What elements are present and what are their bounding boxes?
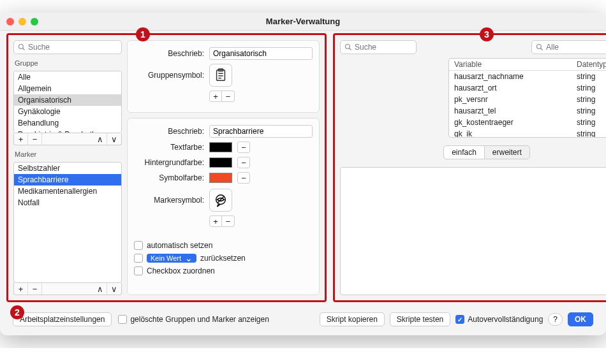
panel-variables: 3 Variable Datentyp hausarzt_nachnamestr…	[333, 33, 606, 302]
svg-point-0	[19, 45, 24, 49]
search-icon	[344, 43, 352, 51]
label: Checkbox zuordnen	[147, 266, 215, 275]
svg-line-12	[541, 48, 543, 50]
list-item[interactable]: Psychiatrie & Psychothera...	[14, 129, 121, 133]
ok-button[interactable]: OK	[568, 312, 593, 326]
marker-properties: Beschrieb: Textfarbe: − Hintergrundfarbe…	[127, 118, 320, 295]
remove-symbol-button[interactable]: −	[222, 91, 235, 102]
column-header[interactable]: Variable	[454, 60, 577, 69]
group-label: Gruppe	[13, 57, 122, 68]
script-editor[interactable]	[340, 167, 606, 295]
show-deleted-checkbox[interactable]	[118, 315, 127, 324]
assign-checkbox-checkbox[interactable]	[134, 266, 143, 275]
annotation-badge-1: 1	[136, 27, 150, 41]
variable-table: Variable Datentyp hausarzt_nachnamestrin…	[448, 58, 606, 138]
clear-button[interactable]: −	[237, 142, 250, 153]
label: Hintergrundfarbe:	[134, 158, 204, 167]
minimize-icon[interactable]	[18, 18, 26, 25]
help-button[interactable]: ?	[548, 313, 563, 326]
reset-select[interactable]: Kein Wert	[147, 254, 196, 263]
zoom-icon[interactable]	[31, 18, 38, 25]
list-item[interactable]: Organisatorisch	[14, 94, 121, 106]
label: gelöschte Gruppen und Marker anzeigen	[130, 315, 269, 324]
workplace-settings-button[interactable]: Arbeitsplatzeinstellungen	[13, 312, 112, 326]
svg-line-8	[218, 197, 223, 203]
annotation-badge-3: 3	[480, 27, 494, 41]
remove-symbol-button[interactable]: −	[222, 215, 235, 227]
add-button[interactable]: +	[14, 133, 28, 145]
marker-symbol-preview[interactable]	[209, 189, 232, 212]
move-down-button[interactable]: ∨	[107, 133, 121, 145]
footer: 2 Arbeitsplatzeinstellungen gelöschte Gr…	[0, 309, 606, 335]
remove-button[interactable]: −	[28, 133, 42, 145]
autocomplete-checkbox[interactable]	[455, 315, 464, 324]
marker-list[interactable]: Selbstzahler Sprachbarriere Medikamenten…	[13, 162, 122, 283]
label: Autovervollständigung	[468, 315, 543, 324]
filter-input[interactable]	[546, 43, 606, 52]
tab-simple[interactable]: einfach	[443, 145, 485, 159]
search-variables[interactable]	[340, 40, 417, 54]
group-description-input[interactable]	[209, 47, 313, 60]
list-item[interactable]: Behandlung	[14, 117, 121, 129]
auto-set-checkbox[interactable]	[134, 241, 143, 250]
add-symbol-button[interactable]: +	[209, 91, 222, 102]
add-symbol-button[interactable]: +	[209, 215, 222, 227]
list-item[interactable]: Sprachbarriere	[14, 174, 121, 186]
group-symbol-preview[interactable]	[209, 64, 232, 87]
add-button[interactable]: +	[14, 283, 28, 295]
search-input[interactable]	[28, 43, 117, 52]
move-down-button[interactable]: ∨	[107, 283, 121, 295]
move-up-button[interactable]: ∧	[93, 283, 107, 295]
table-row[interactable]: hausarzt_ortstring	[449, 82, 606, 94]
list-item[interactable]: Selbstzahler	[14, 163, 121, 174]
label: Beschrieb:	[134, 127, 204, 136]
table-row[interactable]: gk_kostentraegerstring	[449, 117, 606, 128]
marker-label: Marker	[13, 148, 122, 159]
tab-advanced[interactable]: erweitert	[485, 145, 530, 159]
search-input[interactable]	[355, 43, 412, 52]
table-row[interactable]: hausarzt_nachnamestring	[449, 71, 606, 82]
search-icon	[536, 43, 543, 51]
label: Symbolfarbe:	[134, 173, 204, 182]
test-scripts-button[interactable]: Skripte testen	[390, 312, 450, 326]
list-item[interactable]: Alle	[14, 71, 121, 83]
clear-button[interactable]: −	[237, 172, 250, 184]
eye-off-speech-icon	[214, 193, 228, 207]
bg-color-swatch[interactable]	[209, 157, 232, 168]
close-icon[interactable]	[6, 18, 14, 25]
svg-line-10	[350, 48, 351, 50]
group-list-controls: + − ∧ ∨	[13, 133, 122, 145]
list-item[interactable]: Gynäkologie	[14, 106, 121, 117]
marker-description-input[interactable]	[209, 125, 313, 138]
list-item[interactable]: Medikamentenallergien	[14, 186, 121, 197]
clear-button[interactable]: −	[237, 157, 250, 168]
list-item[interactable]: Notfall	[14, 197, 121, 208]
table-row[interactable]: hausarzt_telstring	[449, 105, 606, 117]
text-color-swatch[interactable]	[209, 142, 232, 152]
marker-list-controls: + − ∧ ∨	[13, 283, 122, 295]
svg-line-1	[23, 48, 25, 50]
label: Textfarbe:	[134, 143, 204, 152]
annotation-badge-2: 2	[10, 305, 24, 319]
table-row[interactable]: pk_versnrstring	[449, 94, 606, 105]
svg-point-9	[346, 45, 350, 49]
svg-point-11	[537, 45, 542, 49]
window-controls	[6, 18, 38, 25]
group-properties: Beschrieb: Gruppensymbol: + −	[127, 40, 320, 113]
filter-variables[interactable]	[531, 40, 606, 54]
move-up-button[interactable]: ∧	[93, 133, 107, 145]
label: zurücksetzen	[200, 254, 246, 263]
group-list[interactable]: Alle Allgemein Organisatorisch Gynäkolog…	[13, 71, 122, 133]
column-header[interactable]: Datentyp	[577, 60, 606, 69]
window-title: Marker-Verwaltung	[0, 17, 606, 26]
titlebar: Marker-Verwaltung	[0, 13, 606, 31]
table-row[interactable]: gk_ikstring	[449, 128, 606, 137]
mode-segment: einfach erweitert	[340, 145, 606, 159]
remove-button[interactable]: −	[28, 283, 42, 295]
label: Gruppensymbol:	[134, 71, 204, 80]
list-item[interactable]: Allgemein	[14, 83, 121, 94]
symbol-color-swatch[interactable]	[209, 173, 232, 183]
search-groups[interactable]	[13, 40, 122, 54]
copy-script-button[interactable]: Skript kopieren	[320, 312, 385, 326]
reset-checkbox[interactable]	[134, 254, 143, 263]
